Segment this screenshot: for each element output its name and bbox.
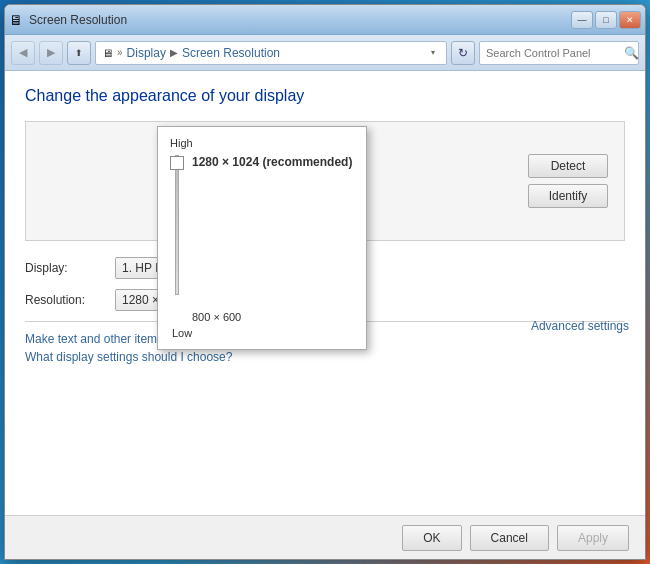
res-low-res-label: 800 × 600 [192,311,354,323]
detect-buttons-group: Detect Identify [528,154,608,208]
display-settings-link[interactable]: What display settings should I choose? [25,350,625,364]
address-screen-res-link[interactable]: Screen Resolution [182,46,280,60]
back-button[interactable]: ◀ [11,41,35,65]
main-window: 🖥 Screen Resolution — □ ✕ ◀ ▶ ⬆ 🖥 » Disp… [4,4,646,560]
apply-button[interactable]: Apply [557,525,629,551]
res-high-label: High [170,137,354,149]
page-title: Change the appearance of your display [25,87,625,105]
resolution-label: Resolution: [25,293,115,307]
up-button[interactable]: ⬆ [67,41,91,65]
advanced-settings-link[interactable]: Advanced settings [531,319,629,333]
address-separator-1: » [117,47,123,58]
display-label: Display: [25,261,115,275]
res-slider-thumb[interactable] [170,156,184,170]
minimize-button[interactable]: — [571,11,593,29]
search-input[interactable] [486,47,624,59]
resolution-popup: High 1280 × 1024 (recommended) 800 × 600… [157,126,367,350]
res-slider-area: 1280 × 1024 (recommended) [170,155,354,305]
forward-button[interactable]: ▶ [39,41,63,65]
address-separator-2: ▶ [170,47,178,58]
title-bar: 🖥 Screen Resolution — □ ✕ [5,5,645,35]
address-display-link[interactable]: Display [127,46,166,60]
close-button[interactable]: ✕ [619,11,641,29]
window-icon: 🖥 [9,12,23,28]
res-slider-track [170,155,184,305]
title-bar-label: Screen Resolution [29,13,127,27]
search-icon[interactable]: 🔍 [624,46,639,60]
title-bar-controls: — □ ✕ [571,11,641,29]
identify-button[interactable]: Identify [528,184,608,208]
detect-button[interactable]: Detect [528,154,608,178]
address-dropdown-arrow[interactable]: ▾ [426,42,440,64]
ok-button[interactable]: OK [402,525,461,551]
res-slider-bar [175,155,179,295]
restore-button[interactable]: □ [595,11,617,29]
content-area: Change the appearance of your display 1 … [5,71,645,515]
nav-bar: ◀ ▶ ⬆ 🖥 » Display ▶ Screen Resolution ▾ … [5,35,645,71]
address-bar: 🖥 » Display ▶ Screen Resolution ▾ [95,41,447,65]
refresh-button[interactable]: ↻ [451,41,475,65]
cancel-button[interactable]: Cancel [470,525,549,551]
res-current-label: 1280 × 1024 (recommended) [192,155,352,169]
res-low-label: Low [172,327,354,339]
search-box: 🔍 [479,41,639,65]
button-bar: OK Cancel Apply [5,515,645,559]
res-info: 1280 × 1024 (recommended) [192,155,352,305]
address-icon: 🖥 [102,47,113,59]
